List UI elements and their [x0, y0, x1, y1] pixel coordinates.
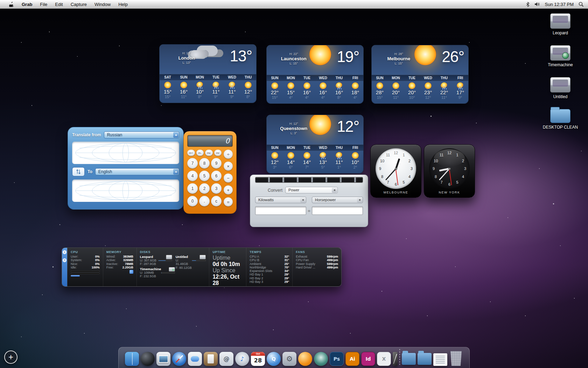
calc-key-memory-clear[interactable]: mc	[205, 150, 213, 156]
dock-item-stack-applications[interactable]	[402, 353, 416, 365]
calc-key-6[interactable]: 6	[211, 171, 222, 181]
calc-key-memory-recall[interactable]: mr	[214, 150, 222, 156]
dock-item-finder[interactable]	[125, 352, 139, 366]
clock-widget-new-york[interactable]: 123456789101112 NEW YORK	[424, 144, 475, 198]
calc-key-subtract[interactable]: −	[224, 173, 233, 183]
desktop-icon-untitled[interactable]: Untitled	[550, 77, 570, 99]
weather-days-row: SUNMONTUEWEDTHUFRI	[267, 144, 363, 151]
calc-key-memory-subtract[interactable]: m-	[196, 150, 204, 156]
dock-icon-glyph: ⚙	[286, 355, 293, 363]
dock-item-mail[interactable]: @	[219, 352, 233, 366]
dock-item-ichat[interactable]	[188, 352, 202, 366]
dock-item-time-machine[interactable]	[314, 352, 328, 366]
menu-help[interactable]: Help	[114, 0, 132, 9]
conversion-category-select[interactable]: Power	[285, 187, 338, 193]
istat-label: Wired:	[106, 255, 115, 258]
calc-key-memory-add[interactable]: m+	[187, 150, 195, 156]
dock-item-preview[interactable]	[156, 352, 170, 366]
to-unit-select[interactable]: Horsepower	[312, 197, 363, 203]
add-widget-button[interactable]: +	[4, 350, 18, 364]
calc-key-divide[interactable]: ÷	[224, 150, 233, 159]
calc-key-multiply[interactable]: ×	[224, 162, 233, 171]
dock-item-dashboard[interactable]	[141, 352, 155, 366]
disk-text: LeopardU: 307.6GBF: 287.9GB	[140, 255, 156, 266]
from-unit-select[interactable]: Kilowatts	[255, 197, 306, 203]
disk-name: Leopard	[140, 255, 156, 259]
dock-item-pen-tool[interactable]	[393, 352, 398, 366]
menu-capture[interactable]: Capture	[67, 0, 91, 9]
desktop-icon-timemachine[interactable]: Timemachine	[548, 45, 573, 67]
swap-languages-button[interactable]	[72, 167, 85, 176]
dock-item-stack-documents[interactable]	[418, 353, 432, 365]
desktop-icon-desktop-clean[interactable]: DESKTOP CLEAN	[543, 109, 578, 130]
weather-day-label: TUE	[299, 145, 315, 150]
dock-item-itunes[interactable]: ♪	[235, 352, 249, 366]
istat-label: Uptime	[212, 255, 243, 261]
weather-day-label: MON	[192, 74, 208, 80]
dock-item-address-book[interactable]	[204, 352, 218, 366]
to-language-select[interactable]: English	[95, 168, 179, 175]
weather-widget-melbourne[interactable]: H: 28° Melbourne L: 15° 26° SUNMONTUEWED…	[371, 45, 469, 104]
weather-widget-queenstown[interactable]: H: 12° Queenstown L: 3° 12° SUNMONTUEWED…	[266, 115, 364, 173]
menu-window[interactable]: Window	[91, 0, 114, 9]
weather-widget-london[interactable]: H: 15° London L: 13° 13° SATSUNMONTUEWED…	[159, 44, 257, 103]
unit-converter-widget[interactable]: Convert Power Kilowatts Horsepower =	[250, 175, 368, 227]
calc-key-clear[interactable]: c	[211, 196, 222, 206]
dock-item-illustrator[interactable]: Ai	[345, 352, 359, 366]
istat-row: Nice:0%	[71, 262, 100, 266]
dock-item-quicktime[interactable]: Q	[267, 352, 281, 366]
dock-item-white-app[interactable]: X	[377, 352, 391, 366]
desktop-icon-leopard[interactable]: Leopard	[550, 13, 570, 35]
calculator-widget[interactable]: 0 m+m-mcmr 7894561230.c ÷×−+=	[183, 131, 237, 214]
calc-key-9[interactable]: 9	[211, 158, 222, 169]
calc-key-0[interactable]: 0	[187, 196, 198, 206]
from-value-input[interactable]	[255, 206, 306, 215]
clock-widget-melbourne[interactable]: 123456789101112 MELBOURNE	[370, 144, 421, 198]
sun-icon	[180, 82, 187, 89]
from-language-select[interactable]: Russian	[104, 131, 179, 138]
menu-file[interactable]: File	[36, 0, 51, 9]
disk-row: UntitledU: 31.48GBF: 80.12GB	[176, 255, 206, 270]
menu-grab[interactable]: Grab	[18, 0, 36, 9]
spotlight-icon[interactable]	[579, 2, 584, 7]
calc-key-8[interactable]: 8	[199, 158, 210, 169]
select-arrows-icon	[173, 169, 178, 175]
dock-item-system-preferences[interactable]: ⚙	[282, 352, 296, 366]
disk-free: F: 232.5GB	[140, 274, 161, 278]
apple-menu[interactable]	[5, 2, 18, 7]
istat-pro-widget[interactable]: i ? CPU User:0%System:0%Nice:0%Idle:100%…	[62, 247, 342, 287]
weather-day-label: THU	[331, 75, 347, 81]
translation-widget[interactable]: Translate from Russian To	[68, 127, 184, 210]
dock-item-ical[interactable]: Oct28	[251, 352, 265, 366]
weather-day-low: 12°	[420, 95, 436, 100]
dock-item-safari[interactable]	[172, 352, 186, 366]
calc-key-7[interactable]: 7	[187, 158, 198, 169]
istat-label: Inactive:	[106, 262, 118, 266]
dock-item-stack-downloads[interactable]	[433, 353, 447, 366]
weather-current-temp: 13°	[230, 47, 252, 65]
weather-day-label: SUN	[176, 74, 192, 80]
calc-key-5[interactable]: 5	[199, 171, 210, 181]
info-button[interactable]: i	[63, 250, 66, 254]
weather-current-temp: 26°	[442, 48, 464, 66]
translate-source-area[interactable]	[72, 142, 179, 164]
calc-key-2[interactable]: 2	[199, 183, 210, 194]
dock-item-orange-app[interactable]	[298, 352, 312, 366]
calc-key-add[interactable]: +	[224, 185, 233, 195]
calc-key-4[interactable]: 4	[187, 171, 198, 181]
bluetooth-icon[interactable]	[526, 2, 530, 7]
weather-widget-launceston[interactable]: H: 22° Launceston L: 15° 19° SUNMONTUEWE…	[266, 45, 364, 104]
calc-key-1[interactable]: 1	[187, 183, 198, 194]
calc-key-equals[interactable]: =	[224, 197, 233, 206]
to-value-input[interactable]	[312, 206, 363, 215]
calc-key-3[interactable]: 3	[211, 183, 222, 194]
menu-bar-clock[interactable]: Sun 12:37 PM	[545, 2, 574, 7]
dock-item-photoshop[interactable]: Ps	[330, 352, 344, 366]
dock-item-indesign[interactable]: Id	[361, 352, 375, 366]
calc-key-decimal[interactable]: .	[199, 196, 210, 206]
help-button[interactable]: ?	[63, 258, 66, 262]
weather-citybox: H: 15° London L: 13°	[160, 52, 214, 64]
volume-icon[interactable]	[534, 2, 540, 7]
dock-item-trash[interactable]	[449, 351, 463, 366]
menu-edit[interactable]: Edit	[51, 0, 66, 9]
